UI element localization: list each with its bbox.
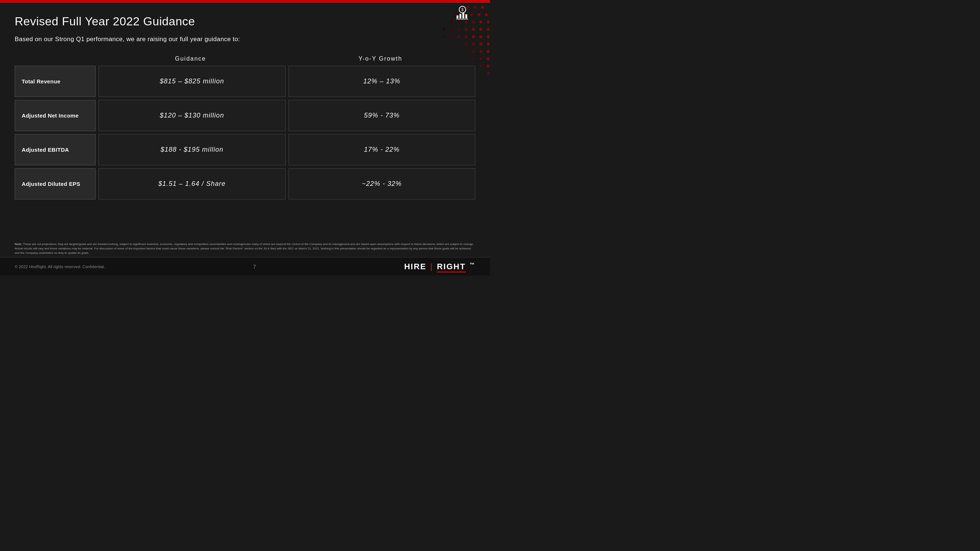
svg-point-29 — [487, 43, 490, 46]
row-guidance-adjusted-diluted-eps: $1.51 – 1.64 / Share — [99, 168, 286, 200]
table-row: Adjusted EBITDA $188 - $195 million 17% … — [15, 134, 475, 165]
svg-point-38 — [487, 57, 490, 60]
svg-point-41 — [487, 65, 490, 68]
row-growth-total-revenue: 12% – 13% — [288, 66, 476, 97]
svg-point-16 — [479, 28, 482, 31]
table-row: Adjusted Diluted EPS $1.51 – 1.64 / Shar… — [15, 168, 475, 200]
footer: © 2022 HireRight. All rights reserved. C… — [0, 257, 490, 275]
svg-point-30 — [479, 43, 482, 46]
row-guidance-adjusted-net-income: $120 – $130 million — [99, 100, 286, 131]
row-label-total-revenue: Total Revenue — [15, 66, 95, 97]
row-label-adjusted-net-income: Adjusted Net Income — [15, 100, 95, 131]
table-rows: Total Revenue $815 – $825 million 12% – … — [15, 66, 475, 200]
main-content: Revised Full Year 2022 Guidance Based on… — [15, 7, 475, 254]
guidance-table: Guidance Y-o-Y Growth Total Revenue $815… — [15, 54, 475, 200]
footer-copyright: © 2022 HireRight. All rights reserved. C… — [15, 265, 105, 269]
page-title: Revised Full Year 2022 Guidance — [15, 15, 475, 28]
table-row: Total Revenue $815 – $825 million 12% – … — [15, 66, 475, 97]
svg-point-22 — [487, 35, 490, 38]
svg-point-39 — [480, 58, 482, 60]
row-label-adjusted-diluted-eps: Adjusted Diluted EPS — [15, 168, 95, 200]
row-growth-adjusted-diluted-eps: ~22% - 32% — [288, 168, 476, 200]
svg-point-0 — [481, 6, 484, 9]
row-growth-adjusted-net-income: 59% - 73% — [288, 100, 476, 131]
svg-point-42 — [480, 65, 482, 67]
logo-trademark: ™ — [469, 262, 475, 267]
svg-point-34 — [487, 50, 490, 53]
row-label-adjusted-ebitda: Adjusted EBITDA — [15, 134, 95, 165]
table-row: Adjusted Net Income $120 – $130 million … — [15, 100, 475, 131]
note-label: Note: — [15, 243, 22, 246]
svg-point-23 — [479, 35, 482, 38]
hire-text: HIRE — [404, 262, 426, 271]
svg-point-43 — [487, 72, 489, 75]
table-headers: Guidance Y-o-Y Growth — [15, 54, 475, 64]
svg-point-5 — [477, 13, 480, 16]
svg-point-9 — [487, 21, 490, 24]
svg-point-15 — [487, 28, 490, 31]
note-text: These are not projections; they are targ… — [15, 243, 474, 254]
hireright-logo-text: HIRE | RIGHT ™ — [404, 262, 475, 272]
row-guidance-adjusted-ebitda: $188 - $195 million — [99, 134, 286, 165]
footer-page-number: 7 — [253, 264, 256, 270]
row-growth-adjusted-ebitda: 17% - 22% — [288, 134, 476, 165]
footer-logo: HIRE | RIGHT ™ — [404, 262, 475, 272]
svg-point-4 — [485, 13, 488, 16]
svg-point-10 — [479, 21, 482, 24]
header-guidance: Guidance — [95, 54, 286, 64]
svg-point-35 — [479, 50, 482, 53]
note-section: Note: These are not projections; they ar… — [15, 242, 475, 255]
right-text: RIGHT — [437, 262, 469, 273]
row-guidance-total-revenue: $815 – $825 million — [99, 66, 286, 97]
subtitle: Based on our Strong Q1 performance, we a… — [15, 36, 475, 43]
header-growth: Y-o-Y Growth — [286, 54, 476, 64]
